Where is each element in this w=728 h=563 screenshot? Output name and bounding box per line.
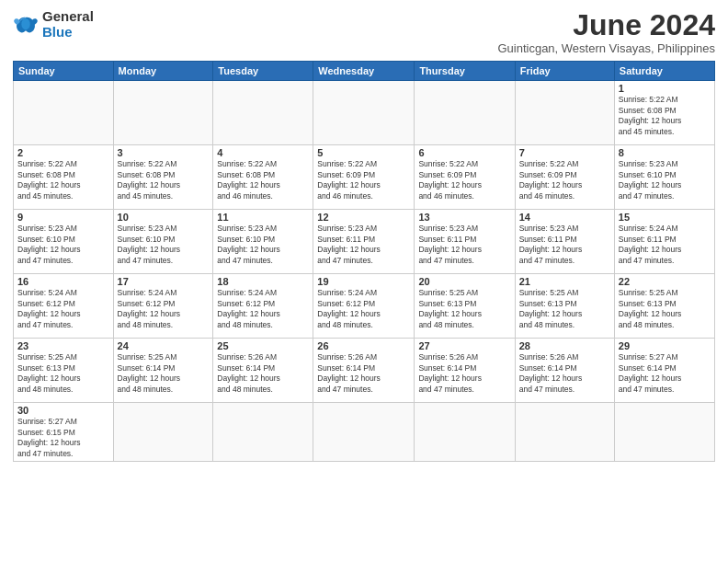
day-number: 23 (17, 340, 109, 351)
calendar-row: 16Sunrise: 5:24 AM Sunset: 6:12 PM Dayli… (14, 274, 715, 339)
day-info: Sunrise: 5:24 AM Sunset: 6:12 PM Dayligh… (118, 288, 210, 330)
day-info: Sunrise: 5:22 AM Sunset: 6:09 PM Dayligh… (519, 159, 610, 201)
day-number: 1 (619, 83, 711, 94)
day-info: Sunrise: 5:27 AM Sunset: 6:14 PM Dayligh… (619, 352, 711, 395)
day-info: Sunrise: 5:25 AM Sunset: 6:13 PM Dayligh… (418, 288, 510, 330)
day-number: 11 (217, 212, 309, 223)
logo-bird-icon (13, 15, 39, 35)
calendar-cell: 17Sunrise: 5:24 AM Sunset: 6:12 PM Dayli… (113, 274, 213, 339)
day-info: Sunrise: 5:25 AM Sunset: 6:14 PM Dayligh… (118, 352, 210, 395)
calendar-cell: 7Sunrise: 5:22 AM Sunset: 6:09 PM Daylig… (515, 145, 614, 210)
calendar-cell: 20Sunrise: 5:25 AM Sunset: 6:13 PM Dayli… (415, 274, 515, 339)
calendar-cell: 22Sunrise: 5:25 AM Sunset: 6:13 PM Dayli… (614, 274, 714, 339)
day-info: Sunrise: 5:22 AM Sunset: 6:08 PM Dayligh… (619, 95, 711, 137)
day-info: Sunrise: 5:26 AM Sunset: 6:14 PM Dayligh… (418, 352, 510, 395)
calendar-cell: 25Sunrise: 5:26 AM Sunset: 6:14 PM Dayli… (213, 339, 313, 403)
day-number: 6 (418, 147, 510, 158)
day-info: Sunrise: 5:27 AM Sunset: 6:15 PM Dayligh… (17, 417, 109, 459)
calendar-cell: 5Sunrise: 5:22 AM Sunset: 6:09 PM Daylig… (313, 145, 415, 210)
calendar-cell (515, 403, 614, 462)
day-number: 30 (17, 405, 109, 416)
day-info: Sunrise: 5:22 AM Sunset: 6:08 PM Dayligh… (217, 159, 309, 201)
day-number: 9 (17, 212, 109, 223)
day-info: Sunrise: 5:23 AM Sunset: 6:11 PM Dayligh… (317, 224, 410, 266)
day-number: 14 (519, 212, 610, 223)
header-monday: Monday (113, 62, 213, 81)
calendar-row: 2Sunrise: 5:22 AM Sunset: 6:08 PM Daylig… (14, 145, 715, 210)
day-number: 10 (118, 212, 210, 223)
title-block: June 2024 Guinticgan, Western Visayas, P… (497, 9, 715, 55)
header-wednesday: Wednesday (313, 62, 415, 81)
calendar-cell: 29Sunrise: 5:27 AM Sunset: 6:14 PM Dayli… (614, 339, 714, 403)
calendar-cell: 10Sunrise: 5:23 AM Sunset: 6:10 PM Dayli… (113, 210, 213, 274)
calendar-cell (113, 81, 213, 145)
day-number: 16 (17, 276, 109, 287)
calendar-cell: 24Sunrise: 5:25 AM Sunset: 6:14 PM Dayli… (113, 339, 213, 403)
day-number: 19 (317, 276, 410, 287)
day-number: 5 (317, 147, 410, 158)
day-number: 25 (217, 340, 309, 351)
calendar-table: Sunday Monday Tuesday Wednesday Thursday… (13, 61, 715, 462)
svg-point-0 (21, 18, 29, 29)
day-info: Sunrise: 5:26 AM Sunset: 6:14 PM Dayligh… (217, 352, 309, 395)
calendar-cell: 18Sunrise: 5:24 AM Sunset: 6:12 PM Dayli… (213, 274, 313, 339)
calendar-cell: 4Sunrise: 5:22 AM Sunset: 6:08 PM Daylig… (213, 145, 313, 210)
day-number: 29 (619, 340, 711, 351)
header-saturday: Saturday (614, 62, 714, 81)
calendar-cell: 27Sunrise: 5:26 AM Sunset: 6:14 PM Dayli… (415, 339, 515, 403)
calendar-cell (415, 81, 515, 145)
calendar-cell: 23Sunrise: 5:25 AM Sunset: 6:13 PM Dayli… (14, 339, 114, 403)
day-number: 8 (619, 147, 711, 158)
calendar-cell: 9Sunrise: 5:23 AM Sunset: 6:10 PM Daylig… (14, 210, 114, 274)
logo-text: General Blue (42, 9, 94, 40)
header-friday: Friday (515, 62, 614, 81)
page: General Blue June 2024 Guinticgan, Weste… (0, 0, 728, 563)
calendar-cell: 12Sunrise: 5:23 AM Sunset: 6:11 PM Dayli… (313, 210, 415, 274)
day-info: Sunrise: 5:23 AM Sunset: 6:11 PM Dayligh… (519, 224, 610, 266)
calendar-cell: 15Sunrise: 5:24 AM Sunset: 6:11 PM Dayli… (614, 210, 714, 274)
calendar-cell: 26Sunrise: 5:26 AM Sunset: 6:14 PM Dayli… (313, 339, 415, 403)
header-tuesday: Tuesday (213, 62, 313, 81)
weekday-header-row: Sunday Monday Tuesday Wednesday Thursday… (14, 62, 715, 81)
day-number: 27 (418, 340, 510, 351)
day-info: Sunrise: 5:24 AM Sunset: 6:12 PM Dayligh… (317, 288, 410, 330)
calendar-cell: 13Sunrise: 5:23 AM Sunset: 6:11 PM Dayli… (415, 210, 515, 274)
day-info: Sunrise: 5:26 AM Sunset: 6:14 PM Dayligh… (519, 352, 610, 395)
month-title: June 2024 (497, 9, 715, 41)
day-number: 17 (118, 276, 210, 287)
day-number: 24 (118, 340, 210, 351)
day-info: Sunrise: 5:23 AM Sunset: 6:10 PM Dayligh… (619, 159, 711, 201)
day-number: 28 (519, 340, 610, 351)
day-info: Sunrise: 5:22 AM Sunset: 6:09 PM Dayligh… (418, 159, 510, 201)
header-thursday: Thursday (415, 62, 515, 81)
calendar-cell (313, 403, 415, 462)
day-info: Sunrise: 5:23 AM Sunset: 6:10 PM Dayligh… (217, 224, 309, 266)
day-info: Sunrise: 5:24 AM Sunset: 6:11 PM Dayligh… (619, 224, 711, 266)
day-info: Sunrise: 5:22 AM Sunset: 6:09 PM Dayligh… (317, 159, 410, 201)
subtitle: Guinticgan, Western Visayas, Philippines (497, 41, 715, 55)
day-number: 26 (317, 340, 410, 351)
day-info: Sunrise: 5:25 AM Sunset: 6:13 PM Dayligh… (519, 288, 610, 330)
header-sunday: Sunday (14, 62, 114, 81)
day-number: 15 (619, 212, 711, 223)
calendar-cell: 30Sunrise: 5:27 AM Sunset: 6:15 PM Dayli… (14, 403, 114, 462)
calendar-cell: 8Sunrise: 5:23 AM Sunset: 6:10 PM Daylig… (614, 145, 714, 210)
day-number: 21 (519, 276, 610, 287)
day-info: Sunrise: 5:23 AM Sunset: 6:11 PM Dayligh… (418, 224, 510, 266)
day-info: Sunrise: 5:25 AM Sunset: 6:13 PM Dayligh… (17, 352, 109, 395)
calendar-cell: 19Sunrise: 5:24 AM Sunset: 6:12 PM Dayli… (313, 274, 415, 339)
day-info: Sunrise: 5:23 AM Sunset: 6:10 PM Dayligh… (17, 224, 109, 266)
day-info: Sunrise: 5:25 AM Sunset: 6:13 PM Dayligh… (619, 288, 711, 330)
header: General Blue June 2024 Guinticgan, Weste… (13, 9, 715, 55)
day-number: 2 (17, 147, 109, 158)
day-number: 7 (519, 147, 610, 158)
calendar-row: 30Sunrise: 5:27 AM Sunset: 6:15 PM Dayli… (14, 403, 715, 462)
calendar-cell: 2Sunrise: 5:22 AM Sunset: 6:08 PM Daylig… (14, 145, 114, 210)
calendar-cell: 3Sunrise: 5:22 AM Sunset: 6:08 PM Daylig… (113, 145, 213, 210)
day-number: 13 (418, 212, 510, 223)
calendar-cell (213, 81, 313, 145)
day-number: 22 (619, 276, 711, 287)
day-info: Sunrise: 5:22 AM Sunset: 6:08 PM Dayligh… (118, 159, 210, 201)
calendar-cell (313, 81, 415, 145)
day-info: Sunrise: 5:23 AM Sunset: 6:10 PM Dayligh… (118, 224, 210, 266)
